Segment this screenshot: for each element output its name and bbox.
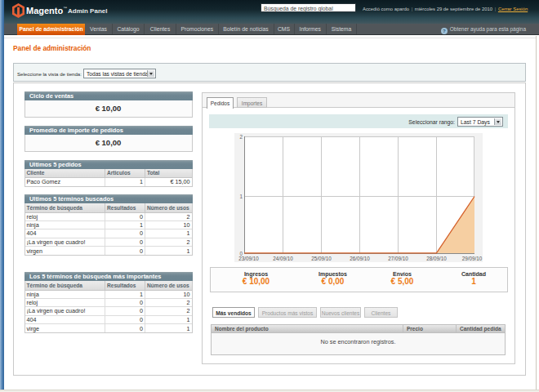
- svg-text:25/09/10: 25/09/10: [311, 256, 332, 261]
- svg-text:23/09/10: 23/09/10: [238, 256, 259, 261]
- svg-text:29/09/10: 29/09/10: [462, 256, 483, 261]
- svg-text:1: 1: [239, 194, 243, 199]
- svg-text:24/09/10: 24/09/10: [273, 256, 293, 261]
- svg-text:27/09/10: 27/09/10: [388, 256, 408, 261]
- svg-text:28/09/10: 28/09/10: [426, 256, 447, 261]
- svg-text:2: 2: [239, 134, 243, 140]
- svg-text:26/09/10: 26/09/10: [350, 256, 370, 261]
